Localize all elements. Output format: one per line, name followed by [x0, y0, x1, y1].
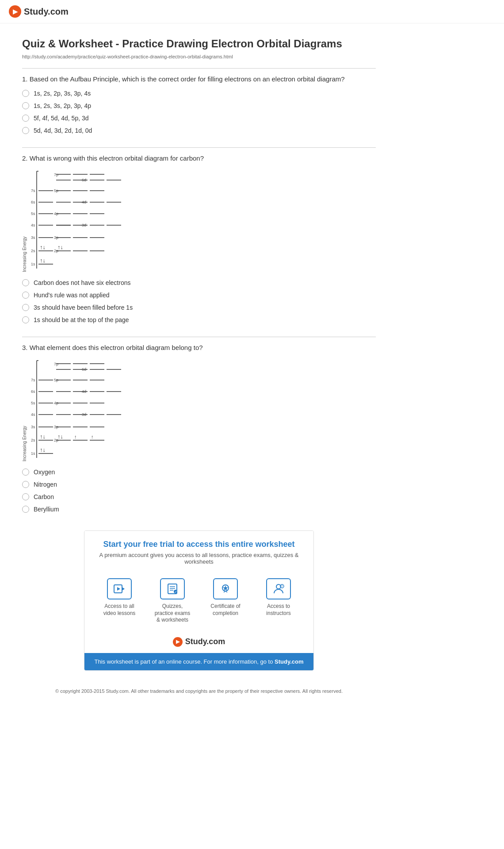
instructor-icon-box: ?: [266, 578, 291, 599]
premium-box: Start your free trial to access this ent…: [84, 530, 314, 671]
page-url: http://study.com/academy/practice/quiz-w…: [22, 54, 376, 59]
svg-text:4s: 4s: [31, 223, 35, 227]
svg-text:6s: 6s: [31, 389, 35, 394]
q3-diagram-wrapper: Increasing Energy 1s ↑↓ 2s ↑↓ 2p: [22, 358, 376, 461]
quiz-icon-label: Quizzes, practice exams & worksheets: [153, 603, 192, 624]
q3-diagram: 1s ↑↓ 2s ↑↓ 2p ↑↓ ↑ ↑ 3s: [29, 358, 130, 461]
divider-q2: [22, 337, 376, 337]
svg-text:?: ?: [281, 585, 283, 588]
svg-text:7s: 7s: [31, 378, 35, 382]
q1-option-3[interactable]: 5f, 4f, 5d, 4d, 5p, 3d: [22, 115, 376, 122]
svg-marker-113: [117, 587, 120, 591]
page-title: Quiz & Worksheet - Practice Drawing Elec…: [22, 37, 376, 50]
svg-text:3s: 3s: [31, 235, 35, 240]
q1-number: 1.: [22, 75, 30, 83]
q2-radio-2[interactable]: [22, 292, 29, 299]
premium-icons-row: Access to all video lessons ✓ Quizzes, p…: [84, 569, 313, 633]
q3-radio-4[interactable]: [22, 506, 29, 513]
q2-radio-4[interactable]: [22, 316, 29, 323]
premium-subtitle: A premium account gives you access to al…: [95, 552, 303, 565]
svg-text:✓: ✓: [175, 590, 177, 593]
question-1: 1. Based on the Aufbau Principle, which …: [22, 75, 376, 134]
premium-header: Start your free trial to access this ent…: [84, 531, 313, 569]
svg-text:↑: ↑: [74, 434, 77, 439]
q1-label-4: 5d, 4d, 3d, 2d, 1d, 0d: [34, 127, 92, 134]
svg-text:5s: 5s: [31, 211, 35, 216]
q3-orbital-svg: 1s ↑↓ 2s ↑↓ 2p ↑↓ ↑ ↑ 3s: [29, 358, 130, 460]
q2-y-axis-label: Increasing Energy: [22, 169, 27, 272]
svg-text:7p: 7p: [54, 362, 58, 366]
premium-footer-text: This worksheet is part of an online cour…: [94, 658, 303, 665]
svg-marker-121: [223, 585, 228, 591]
premium-logo-row: ▶ Study.com: [84, 633, 313, 653]
q3-label-2: Nitrogen: [34, 481, 57, 488]
q3-option-2[interactable]: Nitrogen: [22, 481, 376, 488]
premium-title: Start your free trial to access this ent…: [95, 540, 303, 549]
video-icon-label: Access to all video lessons: [99, 603, 139, 617]
svg-text:3s: 3s: [31, 425, 35, 429]
main-content: Quiz & Worksheet - Practice Drawing Elec…: [0, 23, 398, 716]
q2-label-4: 1s should be at the top of the page: [34, 316, 129, 323]
footer-copyright: © copyright 2003-2015 Study.com. All oth…: [22, 688, 376, 694]
question-3-text: 3. What element does this electron orbit…: [22, 344, 376, 351]
divider-top: [22, 68, 376, 69]
q1-radio-1[interactable]: [22, 90, 29, 97]
video-icon-box: [107, 578, 132, 599]
q2-orbital-svg: 1s ↑↓ 2s ↑↓ 2p ↑↓: [29, 169, 130, 271]
svg-text:5s: 5s: [31, 401, 35, 405]
svg-text:↑↓: ↑↓: [40, 433, 46, 440]
question-2: 2. What is wrong with this electron orbi…: [22, 154, 376, 323]
q2-label-1: Carbon does not have six electrons: [34, 279, 130, 286]
svg-text:7p: 7p: [54, 173, 58, 177]
q2-option-1[interactable]: Carbon does not have six electrons: [22, 279, 376, 286]
q2-radio-1[interactable]: [22, 279, 29, 286]
q1-radio-2[interactable]: [22, 102, 29, 109]
certificate-icon: [219, 583, 232, 595]
q1-label-1: 1s, 2s, 2p, 3s, 3p, 4s: [34, 90, 91, 97]
page-header: ▶ Study.com: [0, 0, 504, 23]
premium-icon-instructor: ? Access to instructors: [259, 578, 298, 624]
question-3: 3. What element does this electron orbit…: [22, 344, 376, 513]
video-icon: [113, 583, 126, 595]
q3-y-axis-label: Increasing Energy: [22, 358, 27, 461]
instructor-icon: ?: [272, 583, 285, 595]
q1-label-2: 1s, 2s, 3s, 2p, 3p, 4p: [34, 102, 91, 109]
q2-option-4[interactable]: 1s should be at the top of the page: [22, 316, 376, 323]
q2-option-3[interactable]: 3s should have been filled before 1s: [22, 304, 376, 311]
q2-option-2[interactable]: Hund's rule was not applied: [22, 292, 376, 299]
logo-text: Study.com: [24, 7, 69, 17]
q1-option-2[interactable]: 1s, 2s, 3s, 2p, 3p, 4p: [22, 102, 376, 109]
q1-option-1[interactable]: 1s, 2s, 2p, 3s, 3p, 4s: [22, 90, 376, 97]
q1-label-3: 5f, 4f, 5d, 4d, 5p, 3d: [34, 115, 89, 122]
svg-marker-112: [122, 587, 125, 591]
q3-option-1[interactable]: Oxygen: [22, 469, 376, 476]
question-1-text: 1. Based on the Aufbau Principle, which …: [22, 75, 376, 83]
premium-logo: ▶ Study.com: [173, 637, 225, 647]
svg-text:↑↓: ↑↓: [40, 446, 46, 453]
svg-text:↑↓: ↑↓: [40, 244, 46, 250]
divider-q1: [22, 147, 376, 148]
svg-text:6s: 6s: [31, 200, 35, 204]
svg-text:2s: 2s: [31, 249, 35, 253]
svg-text:↑↓: ↑↓: [57, 433, 63, 440]
q3-radio-3[interactable]: [22, 493, 29, 500]
q3-radio-2[interactable]: [22, 481, 29, 488]
q1-radio-4[interactable]: [22, 127, 29, 134]
svg-text:↑↓: ↑↓: [40, 257, 46, 264]
q1-radio-3[interactable]: [22, 115, 29, 122]
q3-label-4: Beryllium: [34, 506, 59, 513]
quiz-icon: ✓: [166, 583, 179, 595]
premium-icon-video: Access to all video lessons: [99, 578, 139, 624]
site-logo[interactable]: ▶ Study.com: [9, 5, 69, 18]
logo-icon: ▶: [9, 5, 21, 18]
q3-radio-1[interactable]: [22, 469, 29, 476]
q3-option-4[interactable]: Beryllium: [22, 506, 376, 513]
instructor-icon-label: Access to instructors: [259, 603, 298, 617]
q3-option-3[interactable]: Carbon: [22, 493, 376, 500]
q2-radio-3[interactable]: [22, 304, 29, 311]
q3-number: 3.: [22, 344, 30, 351]
q3-label-3: Carbon: [34, 493, 54, 500]
q1-option-4[interactable]: 5d, 4d, 3d, 2d, 1d, 0d: [22, 127, 376, 134]
svg-text:1s: 1s: [31, 451, 35, 456]
premium-icon-quiz: ✓ Quizzes, practice exams & worksheets: [153, 578, 192, 624]
